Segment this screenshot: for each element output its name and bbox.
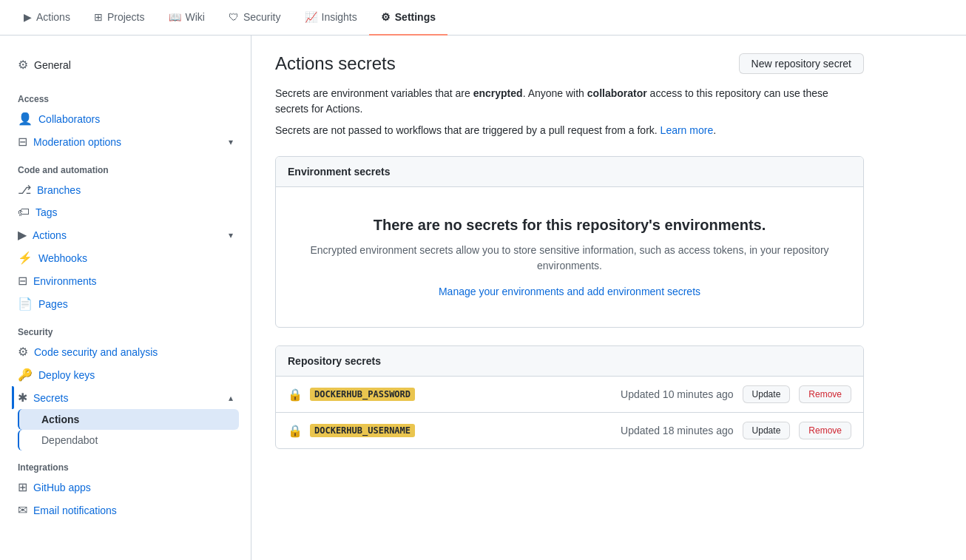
env-empty-title: There are no secrets for this repository… (291, 217, 848, 234)
email-notifications-label: Email notifications (33, 505, 117, 516)
sidebar-item-collaborators[interactable]: 👤 Collaborators (12, 107, 239, 130)
tags-label: Tags (36, 206, 58, 218)
sidebar-item-secrets[interactable]: ✱ Secrets ▴ (12, 386, 239, 409)
actions-sub-label: Actions (41, 414, 79, 425)
learn-more-link[interactable]: Learn more (661, 124, 714, 136)
encrypted-text: encrypted (473, 87, 523, 99)
update-button-1[interactable]: Update (743, 385, 791, 403)
main-content: Actions secrets New repository secret Se… (251, 36, 888, 560)
sidebar-sub-dependabot[interactable]: Dependabot (18, 430, 239, 451)
nav-settings-label: Settings (395, 11, 436, 23)
deploy-keys-label: Deploy keys (38, 369, 95, 381)
sidebar-section-title-security: Security (12, 321, 239, 340)
env-desc-text: Encrypted environment secrets allow you … (310, 244, 828, 271)
moderation-icon: ⊟ (18, 135, 27, 149)
sidebar-section-integrations: Integrations ⊞ GitHub apps ✉ Email notif… (12, 456, 239, 522)
sidebar-general-label: General (34, 59, 71, 71)
moderation-label: Moderation options (33, 136, 121, 148)
dependabot-sub-label: Dependabot (41, 434, 98, 446)
sidebar-item-deploy-keys[interactable]: 🔑 Deploy keys (12, 363, 239, 386)
sidebar-item-general[interactable]: ⚙ General (12, 53, 239, 76)
wiki-nav-icon: 📖 (169, 11, 181, 23)
secret-updated-2: Updated 18 minutes ago (621, 425, 734, 436)
secrets-label: Secrets (33, 392, 68, 404)
sidebar-section-code: Code and automation ⎇ Branches 🏷 Tags ▶ … (12, 159, 239, 315)
projects-nav-icon: ⊞ (94, 11, 103, 23)
sidebar-item-branches[interactable]: ⎇ Branches (12, 178, 239, 201)
manage-environments-link[interactable]: Manage your environments and add environ… (439, 286, 700, 297)
description-2: Secrets are not passed to workflows that… (275, 123, 864, 138)
environments-icon: ⊟ (18, 274, 27, 288)
nav-wiki[interactable]: 📖 Wiki (157, 0, 217, 36)
sidebar-section-title-code: Code and automation (12, 159, 239, 178)
sidebar: ⚙ General Access 👤 Collaborators ⊟ Moder… (0, 36, 251, 560)
pages-icon: 📄 (18, 297, 33, 311)
nav-settings[interactable]: ⚙ Settings (369, 0, 447, 36)
lock-icon-1: 🔒 (288, 388, 303, 402)
branches-label: Branches (37, 184, 81, 196)
sidebar-item-code-security[interactable]: ⚙ Code security and analysis (12, 340, 239, 363)
secret-updated-1: Updated 10 minutes ago (621, 388, 734, 400)
sidebar-item-pages[interactable]: 📄 Pages (12, 292, 239, 315)
email-icon: ✉ (18, 503, 27, 517)
sidebar-section-security: Security ⚙ Code security and analysis 🔑 … (12, 321, 239, 451)
desc2-pre: Secrets are not passed to workflows that… (275, 124, 661, 136)
nav-security-label: Security (243, 11, 281, 23)
repository-secrets-section: Repository secrets 🔒 DOCKERHUB_PASSWORD … (275, 345, 864, 449)
code-security-label: Code security and analysis (34, 346, 158, 358)
environment-secrets-section: Environment secrets There are no secrets… (275, 156, 864, 328)
page-title: Actions secrets (275, 53, 396, 74)
play-icon: ▶ (18, 228, 27, 242)
nav-projects[interactable]: ⊞ Projects (82, 0, 157, 36)
key-icon: 🔑 (18, 368, 33, 382)
desc1-pre: Secrets are environment variables that a… (275, 87, 473, 99)
secret-row-dockerhub-username: 🔒 DOCKERHUB_USERNAME Updated 18 minutes … (276, 413, 863, 448)
environments-label: Environments (33, 275, 97, 287)
sidebar-item-webhooks[interactable]: ⚡ Webhooks (12, 246, 239, 269)
nav-insights-label: Insights (322, 11, 357, 23)
sidebar-item-email-notifications[interactable]: ✉ Email notifications (12, 499, 239, 522)
repo-secrets-header: Repository secrets (276, 346, 863, 377)
code-security-icon: ⚙ (18, 345, 28, 359)
env-empty-desc: Encrypted environment secrets allow you … (291, 243, 848, 274)
nav-actions[interactable]: ▶ Actions (12, 0, 82, 36)
sidebar-item-environments[interactable]: ⊟ Environments (12, 269, 239, 292)
new-repository-secret-button[interactable]: New repository secret (739, 53, 864, 74)
desc2-post: . (713, 124, 716, 136)
actions-nav-icon: ▶ (24, 11, 32, 23)
nav-insights[interactable]: 📈 Insights (293, 0, 369, 36)
github-apps-label: GitHub apps (33, 482, 91, 493)
person-icon: 👤 (18, 112, 33, 126)
update-button-2[interactable]: Update (743, 422, 791, 439)
insights-nav-icon: 📈 (305, 11, 317, 23)
webhook-icon: ⚡ (18, 251, 33, 265)
security-nav-icon: 🛡 (229, 11, 239, 23)
page-header: Actions secrets New repository secret (275, 53, 864, 74)
sidebar-item-actions[interactable]: ▶ Actions ▾ (12, 223, 239, 246)
page-layout: ⚙ General Access 👤 Collaborators ⊟ Moder… (0, 36, 966, 560)
secrets-icon: ✱ (18, 391, 27, 405)
nav-projects-label: Projects (107, 11, 145, 23)
nav-wiki-label: Wiki (186, 11, 205, 23)
desc1-mid: . Anyone with (523, 87, 587, 99)
remove-button-2[interactable]: Remove (799, 422, 851, 439)
chevron-down-icon-actions: ▾ (229, 230, 233, 240)
tag-icon: 🏷 (18, 206, 30, 219)
nav-security[interactable]: 🛡 Security (217, 0, 293, 36)
env-secrets-empty-state: There are no secrets for this repository… (276, 187, 863, 327)
chevron-down-icon: ▾ (229, 137, 233, 147)
nav-actions-label: Actions (36, 11, 70, 23)
secret-row-dockerhub-password: 🔒 DOCKERHUB_PASSWORD Updated 10 minutes … (276, 377, 863, 413)
branch-icon: ⎇ (18, 183, 31, 197)
collaborator-text: collaborator (587, 87, 647, 99)
secret-name-2: DOCKERHUB_USERNAME (310, 424, 415, 437)
secret-name-1: DOCKERHUB_PASSWORD (310, 388, 415, 401)
sidebar-item-moderation[interactable]: ⊟ Moderation options ▾ (12, 130, 239, 153)
github-apps-icon: ⊞ (18, 480, 27, 494)
actions-label: Actions (33, 229, 67, 241)
pages-label: Pages (38, 298, 68, 310)
sidebar-item-tags[interactable]: 🏷 Tags (12, 201, 239, 223)
sidebar-sub-actions[interactable]: Actions (18, 409, 239, 430)
remove-button-1[interactable]: Remove (799, 385, 851, 403)
sidebar-item-github-apps[interactable]: ⊞ GitHub apps (12, 476, 239, 499)
